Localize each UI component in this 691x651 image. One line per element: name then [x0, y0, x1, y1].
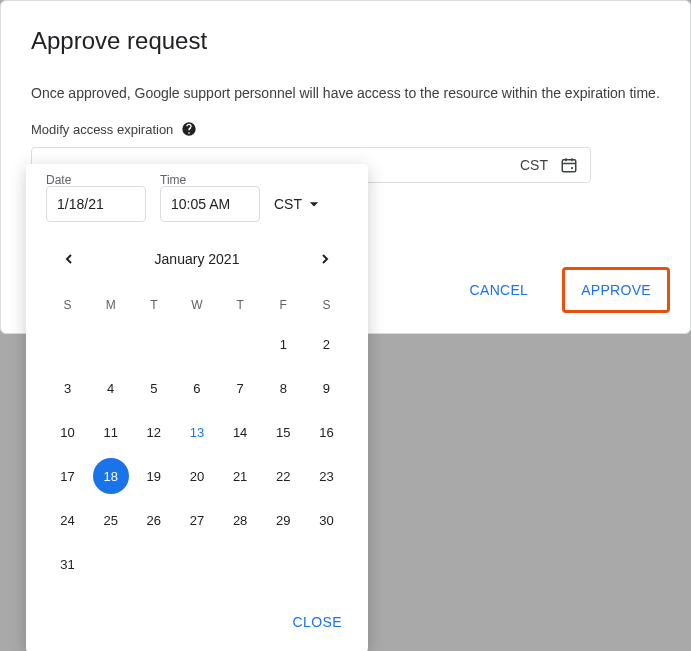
chevron-right-icon — [317, 251, 333, 267]
date-field-wrapper: Date — [46, 174, 146, 222]
next-month-button[interactable] — [310, 244, 340, 274]
time-field-wrapper: Time — [160, 174, 260, 222]
date-picker-popover: Date Time CST January 2021 SMTWTFS.....1… — [26, 164, 368, 651]
calendar-day[interactable]: 31 — [50, 546, 86, 582]
date-field-label: Date — [46, 173, 71, 187]
dialog-title: Approve request — [1, 1, 690, 55]
timezone-label: CST — [274, 196, 302, 212]
calendar-day[interactable]: 30 — [308, 502, 344, 538]
approve-button[interactable]: APPROVE — [567, 272, 665, 308]
calendar-day[interactable]: 27 — [179, 502, 215, 538]
day-of-week-header: S — [305, 288, 348, 322]
date-input[interactable] — [46, 186, 146, 222]
day-of-week-header: F — [262, 288, 305, 322]
prev-month-button[interactable] — [54, 244, 84, 274]
calendar-day[interactable]: 20 — [179, 458, 215, 494]
calendar-day[interactable]: 26 — [136, 502, 172, 538]
dialog-description: Once approved, Google support personnel … — [1, 55, 690, 101]
calendar-day[interactable]: 2 — [308, 326, 344, 362]
day-of-week-header: T — [132, 288, 175, 322]
calendar-day[interactable]: 11 — [93, 414, 129, 450]
calendar-day-selected[interactable]: 18 — [93, 458, 129, 494]
time-field-label: Time — [160, 173, 186, 187]
calendar-day[interactable]: 9 — [308, 370, 344, 406]
help-icon[interactable] — [181, 121, 197, 137]
timezone-selector[interactable]: CST — [274, 186, 324, 222]
calendar-day[interactable]: 17 — [50, 458, 86, 494]
calendar-day[interactable]: 21 — [222, 458, 258, 494]
calendar-day[interactable]: 28 — [222, 502, 258, 538]
day-of-week-header: W — [175, 288, 218, 322]
calendar-day[interactable]: 1 — [265, 326, 301, 362]
calendar-day[interactable]: 29 — [265, 502, 301, 538]
calendar-day[interactable]: 12 — [136, 414, 172, 450]
calendar-day[interactable]: 24 — [50, 502, 86, 538]
day-of-week-header: S — [46, 288, 89, 322]
calendar-day[interactable]: 8 — [265, 370, 301, 406]
datepicker-inputs: Date Time CST — [26, 164, 368, 222]
datetime-tz: CST — [520, 157, 548, 173]
calendar-day[interactable]: 10 — [50, 414, 86, 450]
calendar-day[interactable]: 6 — [179, 370, 215, 406]
calendar-icon[interactable] — [560, 156, 578, 174]
calendar-day[interactable]: 15 — [265, 414, 301, 450]
calendar-day[interactable]: 14 — [222, 414, 258, 450]
svg-rect-0 — [562, 160, 576, 172]
approve-highlight: APPROVE — [562, 267, 670, 313]
month-nav: January 2021 — [26, 222, 368, 278]
svg-point-4 — [571, 167, 573, 169]
day-of-week-header: T — [219, 288, 262, 322]
cancel-button[interactable]: CANCEL — [456, 272, 543, 308]
time-input[interactable] — [160, 186, 260, 222]
month-label: January 2021 — [155, 251, 240, 267]
calendar-day[interactable]: 4 — [93, 370, 129, 406]
calendar-day[interactable]: 25 — [93, 502, 129, 538]
calendar-day[interactable]: 5 — [136, 370, 172, 406]
close-button[interactable]: CLOSE — [277, 606, 358, 638]
modify-expiration-label: Modify access expiration — [31, 122, 173, 137]
calendar-day[interactable]: 19 — [136, 458, 172, 494]
calendar-day-today[interactable]: 13 — [179, 414, 215, 450]
modify-expiration-row: Modify access expiration — [1, 101, 690, 137]
calendar-day[interactable]: 7 — [222, 370, 258, 406]
calendar-day[interactable]: 22 — [265, 458, 301, 494]
calendar-day[interactable]: 3 — [50, 370, 86, 406]
day-of-week-header: M — [89, 288, 132, 322]
calendar-day[interactable]: 16 — [308, 414, 344, 450]
datepicker-footer: CLOSE — [26, 592, 368, 651]
calendar-day[interactable]: 23 — [308, 458, 344, 494]
chevron-left-icon — [61, 251, 77, 267]
dialog-actions: CANCEL APPROVE — [456, 267, 670, 313]
calendar-grid: SMTWTFS.....1234567891011121314151617181… — [26, 278, 368, 586]
chevron-down-icon — [304, 194, 324, 214]
